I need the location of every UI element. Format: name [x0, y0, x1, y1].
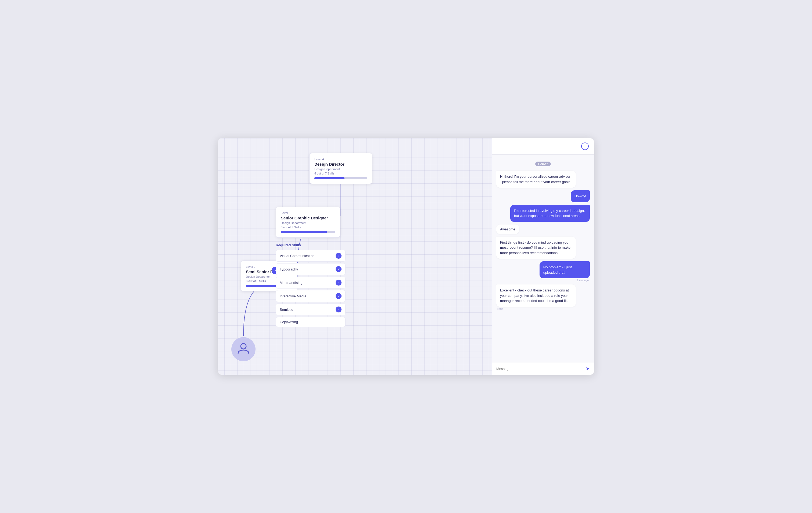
- user-avatar-icon: [237, 342, 250, 357]
- message-6-timestamp: 1 min ago: [531, 279, 590, 282]
- card-director[interactable]: Level 4 Design Director Design Departmen…: [309, 153, 372, 184]
- user-avatar: [231, 337, 256, 361]
- skill-check-merchandising: ✓: [336, 280, 342, 286]
- skill-check-typography: ✓: [336, 266, 342, 272]
- skill-item-merchandising: Merchandising ✓: [276, 277, 346, 289]
- senior-skills: 6 out of 7 Skills: [281, 225, 335, 229]
- skill-name-merchandising: Merchandising: [280, 281, 302, 285]
- senior-department: Design Department: [281, 221, 335, 224]
- senior-progress-fill: [281, 231, 327, 233]
- director-skills: 4 out of 7 Skills: [314, 172, 367, 175]
- director-department: Design Department: [314, 167, 367, 171]
- message-7-container: Excellent - check out these career optio…: [496, 285, 590, 310]
- message-6: No problem - I just uploaded that!: [540, 261, 590, 278]
- director-progress-bg: [314, 177, 367, 179]
- skill-item-visual-communication: Visual Communication ✓: [276, 250, 346, 262]
- career-map: Level 4 Design Director Design Departmen…: [218, 138, 492, 375]
- message-6-container: No problem - I just uploaded that! 1 min…: [531, 261, 590, 282]
- skill-item-copywriting: Copywriting: [276, 317, 346, 327]
- senior-progress-bg: [281, 231, 335, 233]
- chat-messages[interactable]: TODAY Hi there! I'm your personalized ca…: [492, 155, 594, 362]
- skill-name-typography: Typography: [280, 267, 298, 271]
- svg-point-0: [241, 344, 246, 349]
- director-progress-fill: [314, 177, 345, 179]
- message-4: Awesome: [496, 224, 519, 234]
- skill-name-semiotic: Semiotic: [280, 307, 293, 312]
- message-5: First things first - do you mind uploadi…: [496, 237, 576, 259]
- senior-role: Senior Graphic Designer: [281, 216, 335, 220]
- info-icon[interactable]: i: [581, 142, 589, 150]
- card-senior[interactable]: Level 3 Senior Graphic Designer Design D…: [276, 207, 340, 238]
- message-7: Excellent - check out these career optio…: [496, 285, 576, 307]
- today-badge: TODAY: [496, 161, 590, 166]
- required-skills-section: Required Skills Visual Communication ✓ T…: [276, 243, 346, 329]
- chat-input-area: ➤: [492, 362, 594, 375]
- skill-name-visual-communication: Visual Communication: [280, 254, 314, 258]
- message-input[interactable]: [496, 367, 583, 371]
- skill-check-interactive-media: ✓: [336, 293, 342, 299]
- message-2: Howdy!: [571, 190, 590, 202]
- skill-name-interactive-media: Interactive Media: [280, 294, 306, 298]
- message-3: I'm interested in evolving my career in …: [510, 205, 590, 222]
- send-button[interactable]: ➤: [586, 366, 590, 372]
- skill-item-interactive-media: Interactive Media ✓: [276, 290, 346, 302]
- chat-header: i: [492, 138, 594, 155]
- skill-check-visual-communication: ✓: [336, 253, 342, 259]
- app-container: Level 4 Design Director Design Departmen…: [218, 138, 594, 375]
- skill-name-copywriting: Copywriting: [280, 320, 298, 324]
- message-1: Hi there! I'm your personalized career a…: [496, 171, 576, 188]
- skill-item-typography: Typography ✓: [276, 263, 346, 275]
- message-7-now: Now: [496, 307, 590, 310]
- director-level: Level 4: [314, 158, 367, 161]
- skill-item-semiotic: Semiotic ✓: [276, 303, 346, 315]
- required-skills-title: Required Skills: [276, 243, 346, 247]
- chat-panel: i TODAY Hi there! I'm your personalized …: [492, 138, 594, 375]
- skill-check-semiotic: ✓: [336, 306, 342, 313]
- senior-level: Level 3: [281, 211, 335, 215]
- director-role: Design Director: [314, 162, 367, 166]
